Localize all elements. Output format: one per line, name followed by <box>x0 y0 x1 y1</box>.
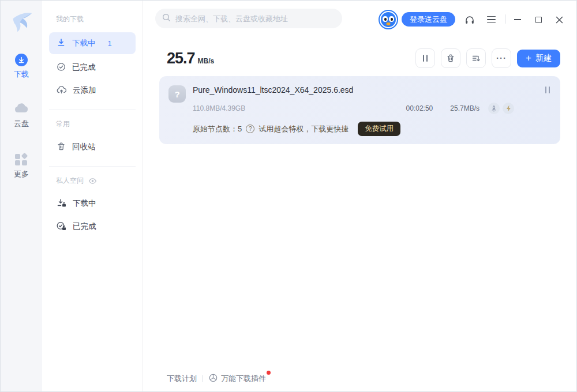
rail-item-more[interactable]: 更多 <box>14 153 29 179</box>
sidebar-section-my-downloads: 我的下载 <box>56 14 143 24</box>
sidebar-section-common: 常用 <box>56 119 143 129</box>
sidebar-item-downloading[interactable]: 下载中 1 <box>49 32 136 54</box>
speed-unit: MB/s <box>198 57 215 65</box>
sidebar: 我的下载 下载中 1 已完成 云添加 常用 回收站 <box>42 1 143 391</box>
grid-more-icon <box>15 153 28 166</box>
rail-item-cloud-disk[interactable]: 云盘 <box>14 103 29 129</box>
sidebar-item-private-downloading[interactable]: 下载中 <box>49 193 136 214</box>
search-box[interactable] <box>155 9 342 28</box>
login-button[interactable]: 登录送云盘 <box>402 12 455 27</box>
task-speed: 25.7MB/s <box>450 104 479 112</box>
free-trial-button[interactable]: 免费试用 <box>358 122 400 136</box>
sidebar-item-label: 回收站 <box>72 142 96 152</box>
origin-nodes-label: 原始节点数：5 <box>193 124 242 134</box>
avatar[interactable] <box>379 10 398 29</box>
sidebar-item-label: 下载中 <box>73 198 96 209</box>
rocket-boost-icon[interactable] <box>488 103 500 114</box>
app-window: 下载 云盘 更多 我的下载 下载中 1 已完成 <box>0 0 577 392</box>
download-plan-link[interactable]: 下载计划 <box>167 374 197 384</box>
notification-dot <box>267 371 271 375</box>
penguin-avatar-icon <box>381 12 396 27</box>
delete-button[interactable] <box>441 48 460 68</box>
download-task-card[interactable]: ? Pure_Windows11_ltsc2024_X64_2025.6.esd… <box>159 76 560 144</box>
rail-item-download[interactable]: 下载 <box>14 54 29 80</box>
sidebar-section-private-space: 私人空间 <box>56 176 143 186</box>
topbar: 登录送云盘 <box>143 1 576 37</box>
sidebar-item-label: 云添加 <box>73 85 96 96</box>
app-logo-icon <box>8 7 35 37</box>
menu-icon[interactable] <box>486 14 496 25</box>
promo-text: 试用超会特权，下载更快捷 <box>258 124 349 134</box>
lightning-boost-icon[interactable] <box>503 103 514 114</box>
sidebar-item-recycle-bin[interactable]: 回收站 <box>49 136 136 158</box>
action-row: 25.7 MB/s ··· + 新建 <box>143 48 576 68</box>
plugin-icon <box>209 374 218 384</box>
task-filename: Pure_Windows11_ltsc2024_X64_2025.6.esd <box>193 85 353 95</box>
pause-all-button[interactable] <box>415 48 435 68</box>
search-icon <box>162 13 171 24</box>
trash-icon <box>57 142 66 153</box>
sidebar-item-label: 下载中 <box>72 38 96 48</box>
sidebar-item-label: 已完成 <box>73 221 96 232</box>
plus-icon: + <box>526 53 531 63</box>
task-body: Pure_Windows11_ltsc2024_X64_2025.6.esd 1… <box>193 85 551 135</box>
help-icon[interactable]: ? <box>246 125 254 133</box>
eye-icon[interactable] <box>88 178 97 184</box>
check-circle-icon <box>57 62 66 73</box>
footer-bar: 下载计划 万能下载插件 <box>167 374 266 384</box>
download-arrow-icon <box>57 38 66 49</box>
minimize-button[interactable] <box>512 14 523 25</box>
sidebar-item-completed[interactable]: 已完成 <box>49 56 136 78</box>
left-rail: 下载 云盘 更多 <box>1 1 42 391</box>
cloud-upload-icon <box>57 85 66 96</box>
task-toolbar: ··· + 新建 <box>415 48 560 68</box>
download-circle-icon <box>15 54 28 66</box>
footer-separator <box>203 375 203 382</box>
rail-item-label: 下载 <box>14 69 29 80</box>
task-pause-button[interactable] <box>545 86 551 93</box>
download-lock-icon <box>57 198 66 209</box>
sidebar-item-label: 已完成 <box>72 62 96 73</box>
sidebar-divider <box>49 110 136 110</box>
sort-button[interactable] <box>466 48 486 68</box>
speed-value: 25.7 <box>167 50 195 67</box>
task-size-progress: 110.8MB/4.39GB <box>193 104 245 112</box>
sidebar-item-cloud-add[interactable]: 云添加 <box>49 80 136 101</box>
downloading-count-badge: 1 <box>108 39 112 48</box>
main-area: 登录送云盘 25.7 MB/s <box>143 1 576 391</box>
task-time-remaining: 00:02:50 <box>406 104 433 112</box>
more-options-button[interactable]: ··· <box>492 48 511 68</box>
search-input[interactable] <box>175 14 335 23</box>
check-lock-icon <box>57 221 66 232</box>
plugin-link[interactable]: 万能下载插件 <box>209 374 266 384</box>
file-type-icon: ? <box>168 85 186 103</box>
maximize-button[interactable] <box>533 14 544 25</box>
sidebar-divider <box>49 166 136 167</box>
rail-item-label: 更多 <box>14 169 29 179</box>
headset-icon[interactable] <box>464 14 475 25</box>
private-space-label: 私人空间 <box>56 176 84 186</box>
sidebar-item-private-completed[interactable]: 已完成 <box>49 216 136 238</box>
close-button[interactable] <box>554 14 564 25</box>
plugin-label: 万能下载插件 <box>221 374 266 384</box>
cloud-icon <box>14 103 29 116</box>
rail-item-label: 云盘 <box>14 119 29 129</box>
topbar-separator <box>505 14 506 24</box>
new-task-button[interactable]: + 新建 <box>517 50 560 67</box>
total-speed: 25.7 MB/s <box>167 50 214 67</box>
